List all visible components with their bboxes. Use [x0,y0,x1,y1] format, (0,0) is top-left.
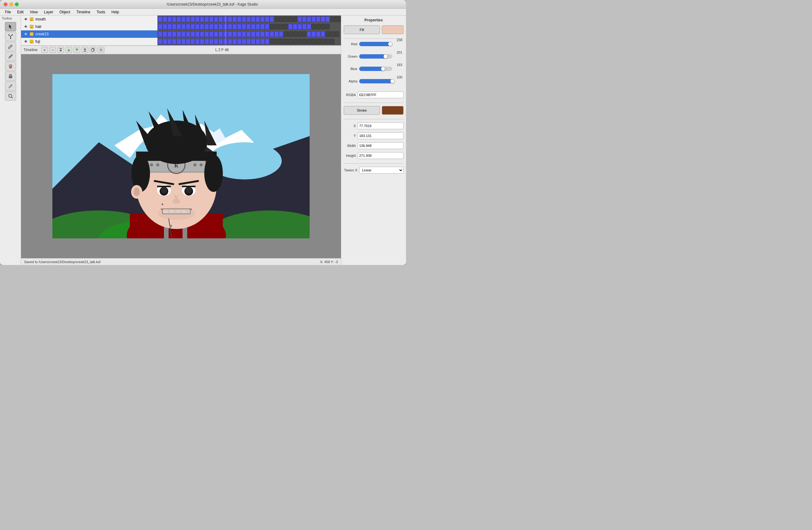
svg-rect-20 [91,49,93,52]
maximize-button[interactable] [15,2,19,6]
tl-move-top-btn[interactable] [57,47,64,53]
rgba-label: RGBA [344,93,356,97]
track-fuji [157,38,341,45]
close-button[interactable] [4,2,8,6]
green-slider-row: Green 201 [344,54,404,59]
y-coord-row: Y [344,132,404,139]
rgba-input[interactable] [358,91,404,98]
tl-remove-btn[interactable]: − [49,47,56,53]
svg-point-60 [161,187,167,194]
fill-stroke-row: Fill [344,25,404,34]
red-slider-container: 238 [359,42,392,46]
tool-select[interactable] [5,22,16,31]
red-label: Red [344,42,357,46]
tool-brush[interactable] [5,52,16,61]
menu-object[interactable]: Object [57,9,73,15]
menu-layer[interactable]: Layer [42,9,56,15]
blue-slider-container: 183 [359,67,392,71]
red-slider[interactable] [359,42,392,46]
tl-add-btn[interactable]: + [41,47,48,53]
menu-view[interactable]: View [27,9,40,15]
timeline-header[interactable] [157,15,341,45]
status-bar: Saved to /Users/creek23/Desktop/creek23_… [21,258,341,265]
x-input[interactable] [358,123,404,129]
eye-icon-fuji[interactable]: 👁 [24,39,28,44]
x-coord-row: X [344,123,404,129]
layer-name-hair: hair [35,25,155,29]
alpha-slider[interactable] [359,79,392,83]
tl-move-bottom-btn[interactable] [82,47,88,53]
tl-move-down-btn[interactable] [73,47,80,53]
svg-rect-55 [136,152,217,161]
tl-delete-btn[interactable] [98,47,104,53]
tl-copy-btn[interactable] [90,47,97,53]
y-input[interactable] [358,132,404,139]
toolbar-label: Toolbar [0,17,12,20]
svg-marker-65 [182,186,195,187]
menu-edit[interactable]: Edit [15,9,26,15]
playhead[interactable] [225,15,226,45]
eye-icon-mouth[interactable]: 👁 [24,17,28,22]
title-bar: /Users/creek23/Desktop/creek23_talk.ksf … [0,0,406,9]
svg-marker-0 [9,25,12,29]
svg-rect-1 [9,34,9,35]
tween-x-label: Tween X [344,168,357,172]
svg-rect-6 [9,67,12,68]
timeline-toolbar: Timeline + − [21,46,341,54]
eye-icon-hair[interactable]: 👁 [24,25,28,29]
alpha-slider-container: 100 [359,79,392,83]
alpha-slider-row: Alpha 100 [344,79,404,84]
svg-point-73 [134,187,140,196]
height-input[interactable] [358,152,404,159]
tool-dropper[interactable] [5,82,16,91]
canvas-area[interactable]: k [21,54,341,258]
blue-value: 183 [394,63,402,67]
minimize-button[interactable] [9,2,13,6]
green-slider[interactable] [359,54,392,59]
tool-bucket[interactable] [5,72,16,81]
svg-point-11 [9,94,12,97]
lock-icon-hair[interactable]: 🔒 [30,25,33,29]
menu-timeline[interactable]: Timeline [74,9,93,15]
tool-magnify[interactable] [5,91,16,101]
lock-icon-creek23[interactable] [30,32,33,36]
menu-file[interactable]: File [2,9,13,15]
svg-rect-7 [9,76,12,78]
layer-list: 👁 🔒 mouth 👁 🔒 hair 👁 creek23 [21,15,157,45]
eye-icon-creek23[interactable]: 👁 [24,32,28,36]
height-label: Height [344,154,356,157]
properties-title: Properties [344,18,404,22]
red-slider-row: Red 238 [344,42,404,47]
stroke-color-swatch[interactable] [382,106,404,115]
tool-paint[interactable] [5,62,16,71]
fill-color-swatch[interactable] [382,25,404,34]
width-label: Width [344,144,356,147]
lock-icon-fuji[interactable]: 🔒 [30,40,33,43]
width-input[interactable] [358,142,404,149]
y-label: Y [344,134,356,138]
tool-node[interactable] [5,32,16,41]
tween-x-select[interactable]: Linear Ease In Ease Out Ease In Out None [359,167,404,174]
tl-move-up-btn[interactable] [66,47,72,53]
menu-bar: File Edit View Layer Object Timeline Too… [0,9,406,15]
lock-icon-mouth[interactable]: 🔒 [30,17,33,21]
menu-help[interactable]: Help [109,9,121,15]
layer-name-creek23: creek23 [35,32,155,36]
layer-row-hair[interactable]: 👁 🔒 hair [21,23,157,30]
blue-slider-row: Blue 183 [344,67,404,72]
red-value: 238 [394,38,402,42]
layer-row-creek23[interactable]: 👁 creek23 [21,30,157,38]
green-value: 201 [394,51,402,54]
right-panel: Properties Fill Red 238 [341,15,406,265]
layer-row-mouth[interactable]: 👁 🔒 mouth [21,15,157,23]
blue-slider[interactable] [359,67,392,71]
menu-tools[interactable]: Tools [94,9,107,15]
window-title: /Users/creek23/Desktop/creek23_talk.ksf … [22,2,402,6]
fill-button[interactable]: Fill [344,25,380,34]
x-label: X [344,124,356,128]
stroke-button[interactable]: Stroke [344,106,380,115]
tool-pen[interactable] [5,42,16,51]
green-label: Green [344,55,357,58]
alpha-label: Alpha [344,79,357,83]
layer-row-fuji[interactable]: 👁 🔒 fuji [21,38,157,45]
